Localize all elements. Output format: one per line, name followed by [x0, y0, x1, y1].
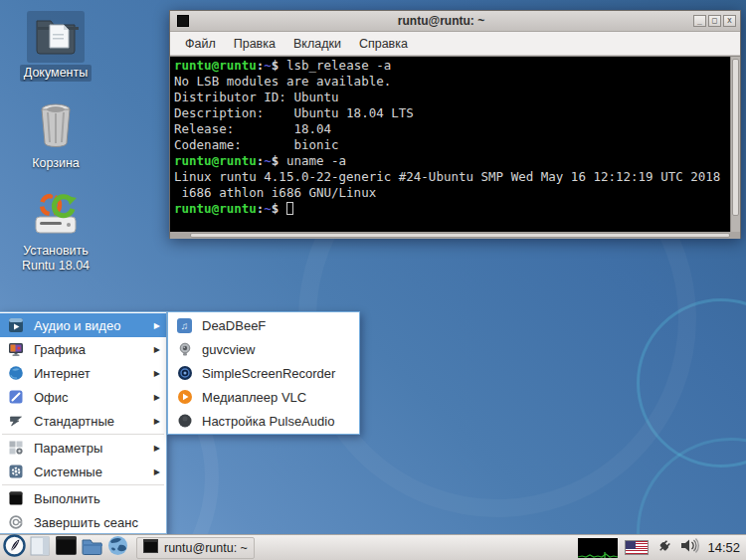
terminal-menubar: Файл Правка Вкладки Справка — [170, 32, 740, 56]
terminal-content[interactable]: runtu@runtu:~$ lsb_release -a No LSB mod… — [170, 57, 730, 232]
audio-video-icon — [7, 317, 24, 334]
terminal-line: Linux runtu 4.15.0-22-generic #24-Ubuntu… — [174, 169, 730, 185]
menu-help[interactable]: Справка — [350, 34, 417, 54]
clock[interactable]: 14:52 — [707, 540, 740, 555]
menu-item-logout[interactable]: Завершить сеанс — [0, 510, 166, 534]
submenu-arrow-icon: ▶ — [154, 321, 160, 330]
maximize-button[interactable]: □ — [708, 15, 721, 27]
accessories-icon — [7, 413, 24, 430]
terminal-line: i686 athlon i686 GNU/Linux — [174, 185, 730, 201]
background-swirl — [637, 298, 746, 467]
screen-recorder-icon — [176, 365, 193, 382]
menu-separator — [2, 434, 164, 435]
menu-file[interactable]: Файл — [176, 34, 225, 54]
run-icon — [7, 490, 24, 507]
desktop-icon-documents[interactable]: Документы — [6, 11, 105, 82]
file-manager-launcher[interactable] — [81, 537, 102, 559]
applications-menu-button[interactable] — [3, 537, 25, 559]
power-plug-icon[interactable] — [655, 537, 673, 559]
submenu-item-guvcview[interactable]: guvcview — [168, 337, 359, 361]
taskbar: runtu@runtu: ~ 14:52 — [0, 534, 746, 560]
desktop-icon-label: Корзина — [28, 155, 84, 172]
terminal-cursor — [286, 202, 293, 215]
menu-item-run[interactable]: Выполнить — [0, 486, 166, 510]
submenu-item-pulseaudio[interactable]: Настройка PulseAudio — [168, 409, 359, 433]
submenu-arrow-icon: ▶ — [154, 467, 160, 476]
submenu-item-simplescreenrecorder[interactable]: SimpleScreenRecorder — [168, 361, 359, 385]
desktop: Документы Корзина УстановитьRun — [0, 0, 746, 560]
terminal-line: runtu@runtu:~$ — [174, 201, 730, 217]
terminal-icon — [56, 536, 77, 559]
menu-item-accessories[interactable]: Стандартные ▶ — [0, 409, 166, 433]
desktop-icon-label: УстановитьRuntu 18.04 — [18, 243, 93, 275]
terminal-task-icon — [143, 539, 158, 557]
webcam-icon — [176, 341, 193, 358]
horizontal-scrollbar[interactable] — [170, 232, 740, 239]
system-icon — [7, 464, 24, 480]
graphics-icon — [7, 341, 24, 358]
vlc-icon — [176, 389, 193, 406]
internet-icon — [7, 365, 24, 382]
volume-icon[interactable] — [680, 537, 700, 558]
vertical-scrollbar[interactable] — [730, 57, 740, 232]
office-icon — [7, 389, 24, 406]
menu-separator — [2, 484, 164, 485]
terminal-line: Description: Ubuntu 18.04 LTS — [174, 105, 730, 121]
show-desktop-button[interactable] — [29, 537, 51, 559]
terminal-line: Codename: bionic — [174, 137, 730, 153]
globe-icon — [107, 535, 128, 560]
scrollbar-thumb[interactable] — [190, 233, 730, 238]
show-desktop-icon — [30, 536, 50, 560]
deadbeef-icon: ♫ — [176, 317, 193, 334]
audio-video-submenu: ♫ DeaDBeeF guvcview SimpleScreenRecorder… — [167, 311, 360, 435]
submenu-arrow-icon: ▶ — [154, 444, 160, 453]
terminal-line: Distributor ID: Ubuntu — [174, 90, 730, 105]
logout-icon — [7, 514, 24, 531]
minimize-button[interactable]: _ — [693, 15, 706, 27]
menu-item-settings[interactable]: Параметры ▶ — [0, 436, 166, 460]
scrollbar-thumb[interactable] — [732, 59, 739, 216]
menu-item-office[interactable]: Офис ▶ — [0, 385, 166, 409]
menu-item-system[interactable]: Системные ▶ — [0, 460, 166, 483]
terminal-titlebar[interactable]: runtu@runtu: ~ _ □ x — [170, 11, 740, 32]
menu-edit[interactable]: Правка — [225, 34, 284, 54]
window-title: runtu@runtu: ~ — [189, 14, 693, 28]
submenu-arrow-icon: ▶ — [154, 417, 160, 426]
submenu-arrow-icon: ▶ — [154, 393, 160, 402]
menu-item-internet[interactable]: Интернет ▶ — [0, 361, 166, 385]
terminal-line: runtu@runtu:~$ lsb_release -a — [174, 58, 730, 74]
folder-documents-icon — [27, 11, 85, 63]
trash-icon — [28, 99, 84, 153]
web-browser-launcher[interactable] — [106, 537, 128, 559]
desktop-icon-label: Документы — [20, 65, 92, 82]
folder-icon — [82, 537, 102, 559]
submenu-item-deadbeef[interactable]: ♫ DeaDBeeF — [168, 313, 359, 337]
submenu-item-vlc[interactable]: Медиаплеер VLC — [168, 385, 359, 409]
submenu-arrow-icon: ▶ — [154, 369, 160, 378]
applications-menu: Аудио и видео ▶ Графика ▶ Интернет ▶ Офи… — [0, 311, 167, 534]
desktop-icon-install-runtu[interactable]: УстановитьRuntu 18.04 — [6, 189, 105, 275]
pulseaudio-icon — [176, 413, 193, 430]
terminal-launcher[interactable] — [55, 537, 77, 559]
terminal-line: Release: 18.04 — [174, 121, 730, 137]
keyboard-layout-us-flag-icon[interactable] — [625, 540, 649, 555]
terminal-window-icon — [177, 15, 189, 27]
menu-item-graphics[interactable]: Графика ▶ — [0, 337, 166, 361]
menu-tabs[interactable]: Вкладки — [284, 34, 350, 54]
desktop-icon-trash[interactable]: Корзина — [6, 99, 105, 172]
terminal-window: runtu@runtu: ~ _ □ x Файл Правка Вкладки… — [169, 10, 741, 239]
menu-item-audio-video[interactable]: Аудио и видео ▶ — [0, 313, 166, 337]
task-button-terminal[interactable]: runtu@runtu: ~ — [136, 537, 255, 559]
runtu-menu-icon — [3, 534, 26, 560]
terminal-line: runtu@runtu:~$ uname -a — [174, 153, 730, 169]
submenu-arrow-icon: ▶ — [154, 345, 160, 354]
install-runtu-icon — [27, 189, 85, 241]
terminal-line: No LSB modules are available. — [174, 74, 730, 90]
cpu-graph-icon — [578, 538, 618, 558]
task-button-label: runtu@runtu: ~ — [164, 541, 248, 555]
close-button[interactable]: x — [723, 15, 736, 27]
settings-icon — [7, 440, 24, 457]
system-monitor-applet[interactable] — [578, 538, 618, 558]
